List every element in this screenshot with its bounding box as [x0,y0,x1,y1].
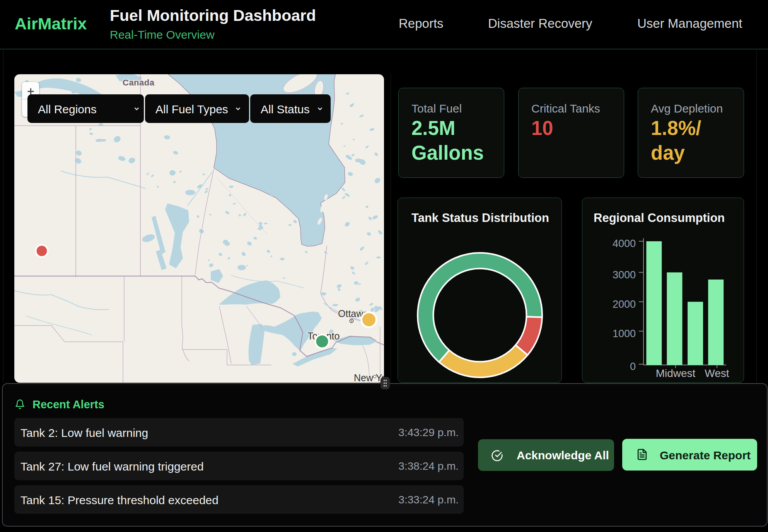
svg-text:Midwest: Midwest [656,367,696,379]
svg-text:Canada: Canada [123,78,155,87]
svg-text:New York: New York [354,372,384,383]
svg-text:West: West [705,367,729,379]
svg-text:3000: 3000 [613,269,636,281]
svg-text:4000: 4000 [613,238,636,249]
svg-text:2000: 2000 [613,298,636,310]
svg-text:0: 0 [630,361,636,372]
svg-text:1000: 1000 [613,328,636,339]
